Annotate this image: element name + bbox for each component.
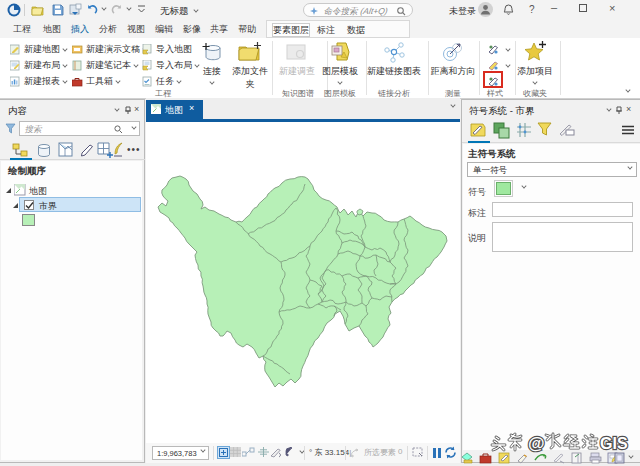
- svg-text:GIS: GIS: [600, 435, 628, 452]
- svg-text:@: @: [528, 434, 545, 453]
